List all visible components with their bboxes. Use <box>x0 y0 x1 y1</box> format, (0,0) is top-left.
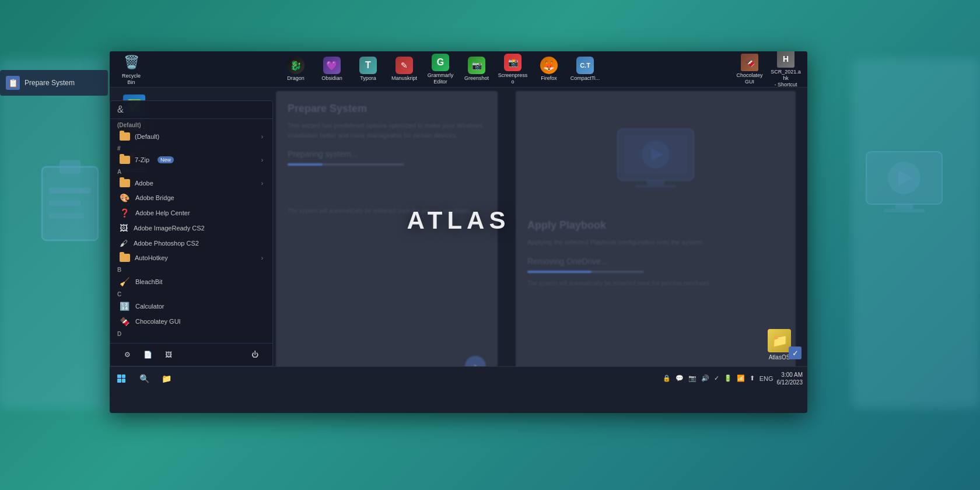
clock-time: 3:00 AM <box>777 371 803 379</box>
appbar-dragon[interactable]: 🐉 Dragon <box>279 54 313 84</box>
screenpresso-label: Screenpresso <box>497 72 528 85</box>
folder-7zip-label: 7-Zip <box>135 156 149 163</box>
svg-rect-8 <box>895 204 913 209</box>
section-hash: # <box>110 144 272 153</box>
appbar-compact-tool[interactable]: C.T CompactTi... <box>568 54 602 84</box>
panel-left-status: Preparing system... <box>288 149 486 159</box>
menu-dragon[interactable]: 🐉 Dragon <box>110 338 272 341</box>
menu-adobe-bridge[interactable]: 🎨 Adobe Bridge <box>110 190 272 205</box>
power-icon: ⏻ <box>251 351 258 359</box>
volume-icon: 🔊 <box>700 374 710 382</box>
clipboard-icon <box>35 152 105 245</box>
manuskript-label: Manuskript <box>391 75 417 82</box>
appbar-firefox[interactable]: 🦊 Firefox <box>532 54 566 84</box>
compact-tool-icon: C.T <box>576 57 594 74</box>
menu-calculator[interactable]: 🔢 Calculator <box>110 299 272 314</box>
taskbar-explorer[interactable]: 📁 <box>155 368 177 390</box>
panel-right-desc: Applying the selected Playbook configura… <box>527 237 784 247</box>
adobe-photoshop-icon: 🖌 <box>120 239 128 248</box>
folder-7zip[interactable]: 7-Zip New › <box>110 153 272 167</box>
up-icon: ⬆ <box>748 374 756 382</box>
greenshot-icon: 📷 <box>468 57 485 74</box>
folder-default-icon <box>120 132 130 141</box>
folder-7zip-icon <box>120 156 130 164</box>
start-pictures[interactable]: 🖼 <box>160 348 177 361</box>
appbar-manuskript[interactable]: ✎ Manuskript <box>387 54 421 84</box>
firefox-icon: 🦊 <box>540 57 558 74</box>
panel-right-progress-fill <box>527 271 592 273</box>
appbar-typora[interactable]: T Typora <box>351 54 385 84</box>
folder-adobe-label: Adobe <box>135 180 153 187</box>
folder-default[interactable]: (Default) › <box>110 130 272 144</box>
section-d: D <box>110 329 272 338</box>
clock-date: 6/12/2023 <box>777 379 803 386</box>
adobe-help-label: Adobe Help Center <box>135 209 190 216</box>
compact-tool-label: CompactTi... <box>570 75 600 82</box>
appbar-greenshot[interactable]: 📷 Greenshot <box>460 54 494 84</box>
chocolatey-gui-label: Chocolatey GUI <box>135 318 181 325</box>
dragon-label: Dragon <box>287 75 304 82</box>
menu-adobe-imageready[interactable]: 🖼 Adobe ImageReady CS2 <box>110 220 272 236</box>
folder-autohotkey-icon <box>120 254 130 262</box>
new-badge: New <box>158 156 174 163</box>
svg-rect-3 <box>49 201 80 206</box>
prepare-system-taskbar-item[interactable]: 📋 Prepare System <box>0 70 108 96</box>
folder-default-chevron: › <box>261 134 263 140</box>
documents-icon: 📄 <box>144 351 152 359</box>
recycle-bin-label: RecycleBin <box>122 73 141 86</box>
atlas-folder-icon: 📁 <box>768 329 791 352</box>
chocolatey-icon: 🍫 <box>741 54 758 71</box>
bleachbit-menu-icon: 🧹 <box>120 277 130 286</box>
scr2021-label: SCR_2021.ahk- Shortcut <box>770 69 802 88</box>
check-icon: ✓ <box>713 374 720 382</box>
appbar-screenpresso[interactable]: 📸 Screenpresso <box>496 51 530 87</box>
folder-autohotkey[interactable]: AutoHotkey › <box>110 251 272 265</box>
battery-icon: 🔋 <box>723 374 733 382</box>
appbar-scr2021[interactable]: H SCR_2021.ahk- Shortcut <box>769 51 803 90</box>
language-label: ENG <box>758 375 775 382</box>
svg-rect-1 <box>60 160 80 174</box>
scr2021-icon: H <box>777 51 794 68</box>
atlas-os-label: AtlasOS <box>769 354 790 360</box>
taskbar-search[interactable]: 🔍 <box>133 368 155 390</box>
desktop: 🗑️ RecycleBin 🐉 Dragon 💜 Obsidian T Typo… <box>110 51 807 390</box>
folder-adobe[interactable]: Adobe › <box>110 176 272 190</box>
app-bar: 🗑️ RecycleBin 🐉 Dragon 💜 Obsidian T Typo… <box>110 51 807 88</box>
start-button[interactable] <box>110 367 133 390</box>
start-power[interactable]: ⏻ <box>247 348 263 361</box>
appbar-chocolatey[interactable]: 🍫 ChocolateyGUI <box>733 51 766 87</box>
greenshot-label: Greenshot <box>464 75 489 82</box>
atlas-os-icon[interactable]: 📁 AtlasOS <box>768 329 791 360</box>
menu-chocolatey-gui[interactable]: 🍫 Chocolatey GUI <box>110 314 272 329</box>
lock-icon: 🔒 <box>662 374 672 382</box>
adobe-help-icon: ❓ <box>120 208 130 218</box>
checkbox-confirm[interactable]: ✓ <box>789 346 802 359</box>
start-settings[interactable]: ⚙ <box>120 348 135 361</box>
typora-label: Typora <box>360 75 376 82</box>
menu-adobe-help[interactable]: ❓ Adobe Help Center <box>110 205 272 220</box>
folder-7zip-chevron: › <box>261 157 263 163</box>
prepare-system-taskbar-label: Prepare System <box>24 79 75 87</box>
typora-icon: T <box>359 57 377 74</box>
svg-rect-4 <box>49 213 84 219</box>
panel-right-status: Removing OneDrive... <box>527 257 784 266</box>
start-documents[interactable]: 📄 <box>139 348 157 361</box>
appbar-grammarly[interactable]: G GrammarlyEditor <box>424 51 457 87</box>
panel-right-footer: The system will automatically be restart… <box>527 280 784 286</box>
appbar-obsidian[interactable]: 💜 Obsidian <box>315 54 349 84</box>
explorer-icon: 📁 <box>162 374 172 383</box>
start-menu-header-symbol: & <box>117 104 124 115</box>
obsidian-label: Obsidian <box>321 75 342 82</box>
calculator-icon: 🔢 <box>120 302 130 311</box>
menu-adobe-photoshop[interactable]: 🖌 Adobe Photoshop CS2 <box>110 236 272 251</box>
screenpresso-icon: 📸 <box>504 54 522 71</box>
menu-bleachbit[interactable]: 🧹 BleachBit <box>110 274 272 289</box>
chocolatey-gui-icon: 🍫 <box>120 317 130 326</box>
appbar-recycle-bin[interactable]: 🗑️ RecycleBin <box>114 51 148 88</box>
adobe-bridge-icon: 🎨 <box>120 193 130 202</box>
section-a: A <box>110 167 272 176</box>
adobe-imageready-label: Adobe ImageReady CS2 <box>134 225 205 232</box>
taskbar-clock[interactable]: 3:00 AM 6/12/2023 <box>777 371 803 386</box>
panel-left-footer: The system will automatically be restart… <box>288 208 486 214</box>
grammarly-icon: G <box>432 54 449 71</box>
